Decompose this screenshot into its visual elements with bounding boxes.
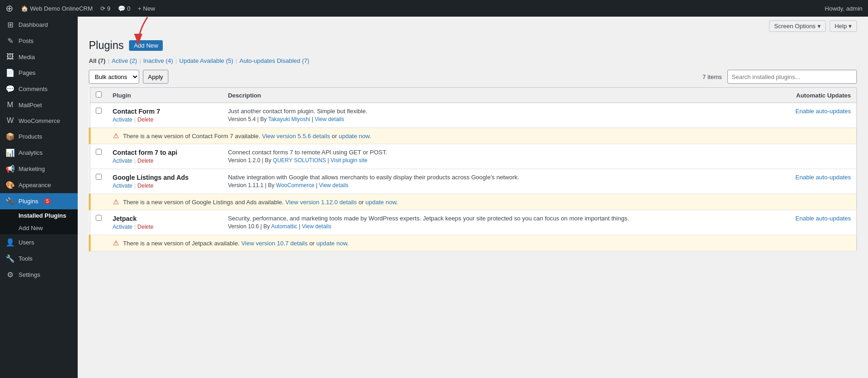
update-warning-icon: ⚠ (113, 198, 119, 206)
filter-all[interactable]: All (7) (89, 57, 105, 64)
sidebar-item-users[interactable]: 👤 Users (0, 234, 78, 250)
plugin-checkbox[interactable] (96, 174, 102, 180)
sidebar-item-woocommerce[interactable]: W WooCommerce (0, 113, 78, 128)
update-notice-row: ⚠ There is a new version of Contact Form… (90, 128, 857, 144)
plugin-meta: Version 1.11.1 | By WooCommerce | View d… (228, 182, 763, 189)
view-version-details-link[interactable]: View version 10.7 details (241, 240, 308, 247)
plugin-name: Contact form 7 to api (113, 149, 217, 156)
layout: ⊞ Dashboard ✎ Posts 🖼 Media 📄 Pages 💬 Co… (0, 17, 868, 378)
comments-item[interactable]: 💬 0 (118, 5, 130, 12)
plugin-name: Jetpack (113, 215, 217, 222)
filter-update-available[interactable]: Update Available (5) (179, 57, 234, 64)
filter-row: Bulk actions Activate Deactivate Delete … (89, 70, 857, 84)
delete-link[interactable]: Delete (137, 224, 154, 230)
sidebar-item-mailpoet[interactable]: M MailPoet (0, 97, 78, 113)
updates-item[interactable]: ⟳ 9 (100, 5, 111, 12)
add-new-button[interactable]: Add New (129, 40, 163, 51)
check-all-checkbox[interactable] (96, 91, 102, 98)
plugins-table: Plugin Description Automatic Updates Con… (89, 87, 857, 251)
plugin-meta: Version 10.6 | By Automattic | View deta… (228, 223, 763, 230)
update-notice-cell: ⚠ There is a new version of Google Listi… (107, 194, 857, 210)
filter-left: Bulk actions Activate Deactivate Delete … (89, 70, 168, 84)
plugin-checkbox[interactable] (96, 108, 102, 114)
plugin-description: Just another contact form plugin. Simple… (228, 108, 763, 115)
delete-link[interactable]: Delete (137, 183, 154, 189)
auto-updates-cell: Enable auto-updates (768, 103, 856, 128)
apply-button[interactable]: Apply (143, 70, 168, 84)
plugin-author-link[interactable]: Automattic (271, 223, 297, 230)
filter-links: All (7) | Active (2) | Inactive (4) | Up… (89, 57, 857, 64)
plugin-author-link[interactable]: WooCommerce (276, 182, 314, 189)
search-input[interactable] (727, 70, 857, 84)
screen-options-button[interactable]: Screen Options ▾ (769, 20, 826, 32)
enable-auto-updates-link[interactable]: Enable auto-updates (795, 215, 851, 222)
plugins-list: Contact Form 7 Activate | Delete Just an… (90, 103, 857, 251)
sidebar-subitem-installed-plugins[interactable]: Installed Plugins (0, 209, 78, 222)
update-notice-row: ⚠ There is a new version of Google Listi… (90, 194, 857, 210)
activate-link[interactable]: Activate (113, 183, 133, 189)
activate-link[interactable]: Activate (113, 158, 133, 164)
sidebar-item-marketing[interactable]: 📢 Marketing (0, 161, 78, 177)
sidebar-item-appearance[interactable]: 🎨 Appearance (0, 177, 78, 193)
plugins-submenu: Installed Plugins Add New (0, 209, 78, 234)
new-item[interactable]: + New (138, 5, 155, 12)
plugin-checkbox-cell (90, 169, 107, 194)
view-details-link[interactable]: View details (319, 182, 349, 189)
activate-link[interactable]: Activate (113, 224, 133, 230)
enable-auto-updates-link[interactable]: Enable auto-updates (795, 108, 851, 115)
sidebar-item-plugins[interactable]: 🔌 Plugins 5 (0, 193, 78, 209)
add-new-area: Add New (129, 40, 163, 51)
plugin-author-link[interactable]: QUERY SOLUTIONS (273, 157, 326, 164)
sidebar-item-dashboard[interactable]: ⊞ Dashboard (0, 17, 78, 33)
plugin-desc-cell: Security, performance, and marketing too… (222, 210, 768, 235)
bulk-actions-select[interactable]: Bulk actions Activate Deactivate Delete (89, 70, 139, 84)
analytics-icon: 📊 (6, 148, 15, 157)
sidebar-item-comments[interactable]: 💬 Comments (0, 81, 78, 97)
plugin-actions: Activate | Delete (113, 183, 217, 189)
enable-auto-updates-link[interactable]: Enable auto-updates (795, 174, 851, 181)
view-details-link[interactable]: View details (314, 116, 344, 122)
plugin-desc-cell: Just another contact form plugin. Simple… (222, 103, 768, 128)
sidebar-subitem-add-new[interactable]: Add New (0, 222, 78, 234)
item-count: 7 items (702, 73, 722, 80)
sidebar-item-products[interactable]: 📦 Products (0, 128, 78, 145)
plugin-checkbox[interactable] (96, 149, 102, 155)
dashboard-icon: ⊞ (6, 20, 15, 29)
site-name[interactable]: 🏠 Web Demo OnlineCRM (21, 5, 93, 12)
update-warning-icon: ⚠ (113, 132, 119, 140)
delete-link[interactable]: Delete (137, 116, 154, 123)
plugin-checkbox-cell (90, 210, 107, 235)
view-version-details-link[interactable]: View version 5.5.6 details (262, 133, 330, 140)
sidebar-item-analytics[interactable]: 📊 Analytics (0, 145, 78, 161)
plugin-checkbox[interactable] (96, 215, 102, 221)
appearance-icon: 🎨 (6, 181, 15, 189)
sidebar-item-posts[interactable]: ✎ Posts (0, 33, 78, 49)
plugin-desc-cell: Native integration with Google that allo… (222, 169, 768, 194)
filter-auto-updates-disabled[interactable]: Auto-updates Disabled (7) (240, 57, 309, 64)
delete-link[interactable]: Delete (137, 158, 154, 164)
activate-link[interactable]: Activate (113, 116, 133, 123)
sidebar-item-tools[interactable]: 🔧 Tools (0, 250, 78, 267)
sidebar-item-settings[interactable]: ⚙ Settings (0, 267, 78, 283)
description-col-header: Description (222, 88, 768, 103)
help-button[interactable]: Help ▾ (830, 20, 857, 32)
sidebar-item-media[interactable]: 🖼 Media (0, 49, 78, 65)
pages-icon: 📄 (6, 68, 15, 77)
filter-active[interactable]: Active (2) (112, 57, 137, 64)
view-details-link[interactable]: View details (302, 223, 332, 230)
filter-inactive[interactable]: Inactive (4) (143, 57, 173, 64)
update-warning-icon: ⚠ (113, 239, 119, 247)
plugins-badge: 5 (44, 198, 51, 204)
update-now-link[interactable]: update now (339, 133, 369, 140)
visit-plugin-site-link[interactable]: Visit plugin site (331, 157, 368, 164)
plugin-name-cell: Google Listings and Ads Activate | Delet… (107, 169, 222, 194)
view-version-details-link[interactable]: View version 1.12.0 details (285, 199, 357, 206)
plugins-icon: 🔌 (6, 197, 15, 206)
plugin-author-link[interactable]: Takayuki Miyoshi (268, 116, 310, 122)
sidebar-item-pages[interactable]: 📄 Pages (0, 65, 78, 81)
update-now-link[interactable]: update now (365, 199, 396, 206)
home-icon: 🏠 (21, 5, 28, 12)
wp-logo-icon[interactable]: ⊕ (6, 3, 13, 14)
update-now-link[interactable]: update now (316, 240, 347, 247)
table-row: Contact Form 7 Activate | Delete Just an… (90, 103, 857, 128)
